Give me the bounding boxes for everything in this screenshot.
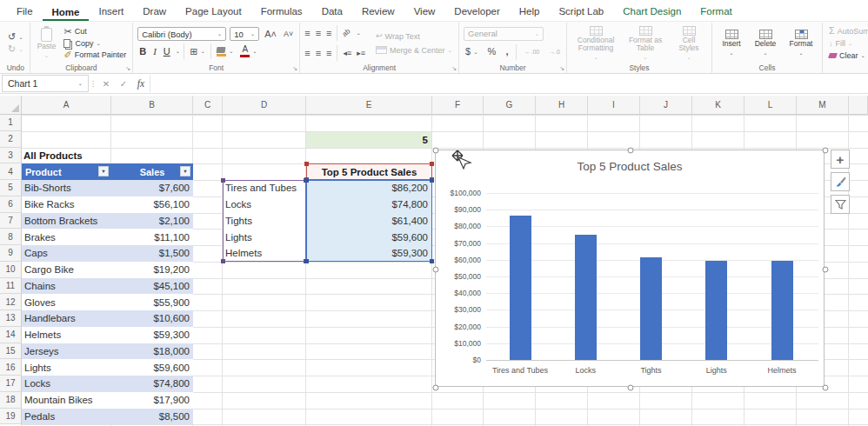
product-cell[interactable]: Caps	[22, 245, 111, 262]
row-header-7[interactable]: 7	[0, 213, 22, 230]
product-cell[interactable]: Jerseys	[22, 343, 111, 360]
chart-bar-2[interactable]	[640, 257, 662, 360]
column-header-B[interactable]: B	[111, 96, 193, 115]
row-header-16[interactable]: 16	[0, 359, 22, 376]
range-handle[interactable]	[304, 162, 309, 166]
row-header-19[interactable]: 19	[0, 409, 22, 425]
name-box[interactable]: Chart 1⌄	[2, 75, 89, 92]
row-header-15[interactable]: 15	[0, 343, 22, 360]
sales-cell[interactable]: $2,100	[111, 213, 193, 230]
select-all-button[interactable]	[0, 96, 22, 115]
column-header-J[interactable]: J	[640, 96, 692, 115]
grow-font-button[interactable]: A˄	[263, 29, 278, 40]
sales-cell[interactable]: $1,500	[111, 245, 193, 262]
top5-product-cell[interactable]: Tires and Tubes	[223, 180, 306, 196]
product-cell[interactable]: Helmets	[22, 327, 111, 343]
column-header-L[interactable]: L	[744, 96, 797, 115]
column-header-H[interactable]: H	[536, 96, 588, 115]
range-handle[interactable]	[221, 178, 225, 183]
font-color-button[interactable]: A⌄	[238, 44, 258, 58]
row-header-17[interactable]: 17	[0, 376, 22, 392]
align-center-icon[interactable]: ≡	[316, 49, 321, 58]
top5-title-cell[interactable]: Top 5 Product Sales	[306, 163, 432, 180]
chart-resize-handle[interactable]	[823, 266, 829, 272]
align-left-icon[interactable]: ≡	[304, 49, 310, 58]
top5-product-cell[interactable]: Locks	[223, 196, 306, 213]
top5-product-cell[interactable]: Lights	[223, 229, 306, 245]
merge-center-button[interactable]: Merge & Center⌄	[374, 45, 454, 56]
column-header-C[interactable]: C	[193, 96, 223, 115]
sales-cell[interactable]: $11,100	[111, 229, 193, 245]
tab-chart-design[interactable]: Chart Design	[613, 3, 691, 21]
range-handle[interactable]	[430, 259, 434, 263]
tab-help[interactable]: Help	[510, 3, 550, 21]
sales-cell[interactable]: $8,500	[111, 409, 193, 425]
row-header-2[interactable]: 2	[0, 131, 22, 148]
range-handle[interactable]	[430, 178, 434, 183]
product-cell[interactable]: Locks	[22, 376, 111, 392]
y-axis-tick-label[interactable]: $10,000	[436, 339, 481, 348]
chart-resize-handle[interactable]	[433, 148, 439, 154]
range-handle[interactable]	[221, 259, 225, 263]
x-axis-category-label[interactable]: Lights	[680, 366, 753, 375]
product-cell[interactable]: Gloves	[22, 294, 111, 310]
y-axis-tick-label[interactable]: $90,000	[436, 205, 481, 214]
align-right-icon[interactable]: ≡	[326, 49, 331, 58]
autosum-button[interactable]: ΣAutoSum⌄	[827, 25, 868, 37]
products-table-sales-header[interactable]: Sales ▼	[111, 163, 193, 180]
align-bottom-icon[interactable]: ≡	[326, 29, 331, 38]
row-header-4[interactable]: 4	[0, 163, 22, 180]
chart-bar-1[interactable]	[575, 235, 597, 360]
column-header-A[interactable]: A	[22, 96, 111, 115]
product-cell[interactable]: Mountain Bikes	[22, 392, 111, 409]
insert-function-icon[interactable]: fx	[132, 74, 150, 93]
tab-data[interactable]: Data	[312, 3, 352, 21]
y-axis-tick-label[interactable]: $60,000	[436, 256, 481, 264]
tab-formulas[interactable]: Formulas	[251, 3, 312, 21]
top5-sales-cell[interactable]: $86,200	[306, 180, 432, 196]
product-cell[interactable]: Bike Racks	[22, 196, 111, 213]
tab-format[interactable]: Format	[691, 3, 741, 21]
chart-resize-handle[interactable]	[433, 385, 439, 391]
tab-file[interactable]: File	[7, 3, 43, 21]
x-axis-category-label[interactable]: Helmets	[745, 366, 818, 375]
filter-dropdown-icon[interactable]: ▼	[180, 166, 190, 176]
product-cell[interactable]: Bottom Brackets	[22, 213, 111, 230]
filter-dropdown-icon[interactable]: ▼	[98, 166, 109, 176]
sales-cell[interactable]: $45,100	[111, 278, 193, 295]
tab-script-lab[interactable]: Script Lab	[549, 3, 613, 21]
products-table-product-header[interactable]: Product ▼	[22, 163, 111, 180]
increase-decimal-button[interactable]: ←.00	[523, 48, 541, 56]
copy-button[interactable]: Copy⌄	[62, 38, 128, 49]
column-header-G[interactable]: G	[484, 96, 536, 115]
top5-sales-cell[interactable]: $59,300	[306, 245, 432, 262]
tab-page-layout[interactable]: Page Layout	[176, 3, 251, 21]
x-axis-category-label[interactable]: Tights	[615, 366, 688, 375]
format-cells-button[interactable]: Format⌄	[785, 29, 818, 57]
y-axis-tick-label[interactable]: $0	[436, 356, 481, 364]
product-cell[interactable]: Lights	[22, 359, 111, 376]
chart-resize-handle[interactable]	[628, 148, 634, 154]
sales-cell[interactable]: $18,000	[111, 343, 193, 360]
clear-button[interactable]: Clear⌄	[827, 50, 868, 61]
chart-resize-handle[interactable]	[433, 266, 439, 272]
sales-cell[interactable]: $56,100	[111, 196, 193, 213]
tab-review[interactable]: Review	[352, 3, 404, 21]
chart-styles-button[interactable]	[831, 172, 850, 191]
percent-style-button[interactable]: %	[486, 46, 498, 57]
cell-a3-all-products[interactable]: All Products	[23, 148, 83, 164]
column-header-I[interactable]: I	[588, 96, 640, 115]
top5-sales-cell[interactable]: $74,800	[306, 196, 432, 213]
sales-cell[interactable]: $10,600	[111, 310, 193, 327]
undo-button[interactable]: ↺⌄	[6, 31, 25, 43]
column-chart[interactable]: Top 5 Product Sales $0$10,000$20,000$30,…	[435, 150, 825, 387]
y-axis-tick-label[interactable]: $20,000	[436, 323, 481, 331]
accounting-format-button[interactable]: $⌄	[464, 46, 480, 57]
column-header-M[interactable]: M	[797, 96, 849, 115]
format-painter-button[interactable]: ✐Format Painter	[62, 50, 128, 61]
row-header-8[interactable]: 8	[0, 229, 22, 245]
chart-resize-handle[interactable]	[628, 385, 634, 391]
column-header-F[interactable]: F	[432, 96, 484, 115]
paste-button[interactable]: Paste ⌄	[35, 27, 59, 59]
row-header-1[interactable]: 1	[0, 115, 22, 131]
